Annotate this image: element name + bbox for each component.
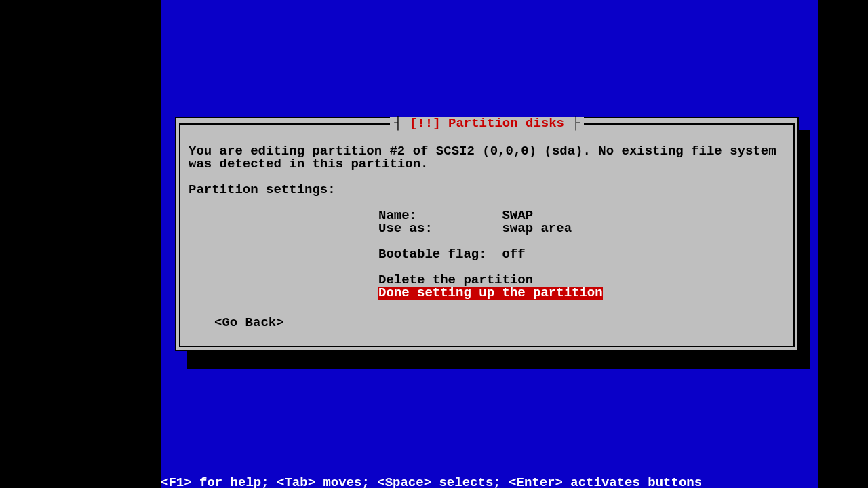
dialog-content: You are editing partition #2 of SCSI2 (0…: [189, 145, 785, 300]
setting-row-bootable[interactable]: Bootable flag: off: [378, 248, 785, 261]
setting-value: swap area: [502, 221, 572, 236]
settings-subheading: Partition settings:: [189, 184, 785, 197]
title-bracket-left: ┤: [394, 116, 410, 131]
setting-label: Bootable flag:: [378, 247, 487, 262]
title-bracket-right: ├: [564, 116, 580, 131]
settings-list: Name: SWAP Use as: swap area Bootable fl…: [378, 209, 785, 300]
partition-description: You are editing partition #2 of SCSI2 (0…: [189, 145, 785, 171]
help-bar: <F1> for help; <Tab> moves; <Space> sele…: [161, 476, 702, 488]
setting-label: Use as:: [378, 221, 433, 236]
title-text: Partition disks: [448, 116, 564, 131]
menu-done-setting-up[interactable]: Done setting up the partition: [378, 287, 603, 300]
title-marks: [!!]: [410, 116, 448, 131]
dialog-title-wrap: ┤ [!!] Partition disks ├: [180, 117, 793, 130]
partition-disks-dialog: ┤ [!!] Partition disks ├ You are editing…: [175, 117, 799, 351]
setting-value: off: [502, 247, 525, 262]
dialog-title: ┤ [!!] Partition disks ├: [390, 117, 584, 130]
setting-row-use-as[interactable]: Use as: swap area: [378, 222, 785, 235]
go-back-button[interactable]: <Go Back>: [214, 317, 284, 329]
